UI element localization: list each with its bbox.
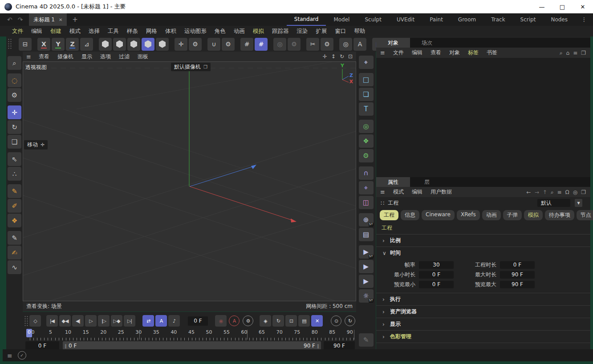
om-menu-icon[interactable]: ≡	[376, 49, 389, 56]
menu-tracker[interactable]: 跟踪器	[268, 28, 293, 35]
keyframe-settings-icon[interactable]: ⚙	[243, 315, 253, 326]
am-menu-icon[interactable]: ≡	[376, 189, 389, 195]
pan-view-icon[interactable]: ✛	[323, 53, 327, 60]
rings-icon[interactable]: ◎	[273, 38, 286, 51]
am-tab-cineware[interactable]: Cineware	[422, 210, 455, 220]
lock-x-axis-icon[interactable]: X	[37, 38, 50, 51]
light-icon[interactable]: ☼ST	[359, 289, 374, 303]
sketch-pen-icon[interactable]: ✍	[8, 246, 21, 259]
auto-mode-icon[interactable]: A	[353, 38, 366, 51]
lock-icon[interactable]: Ω	[565, 189, 569, 195]
maximize-button[interactable]: □	[552, 0, 573, 13]
polygon-pen-icon[interactable]: ✐	[8, 199, 21, 213]
current-frame-field[interactable]: 0 F	[188, 316, 208, 326]
home-icon[interactable]: ⌂	[566, 50, 570, 56]
range-slider[interactable]: ∥ 0 F 90 F ∥	[63, 341, 321, 350]
live-selection-icon[interactable]: ◌	[8, 73, 21, 87]
key-rotation-icon[interactable]: ↻	[272, 315, 284, 327]
am-tab-animation[interactable]: 动画	[482, 210, 501, 220]
toggle-view-icon[interactable]: ⊡	[348, 53, 353, 60]
spline-smooth-icon[interactable]: ∿	[8, 260, 21, 274]
camera-st-icon[interactable]: ▶ST	[359, 245, 374, 259]
timeline-ruler[interactable]: 0 051015202530354045505560657075808590	[23, 329, 356, 340]
project-duration-field[interactable]: 0 F	[500, 261, 535, 269]
lock-y-axis-icon[interactable]: Y	[52, 38, 65, 51]
menu-character[interactable]: 角色	[211, 28, 230, 35]
am-menu-mode[interactable]: 模式	[389, 188, 408, 196]
menu-mode[interactable]: 模式	[65, 28, 85, 35]
scale-tool-icon[interactable]: ❏	[8, 135, 21, 149]
am-tab-simulation[interactable]: 模拟	[524, 210, 543, 220]
goto-start-icon[interactable]: |◀	[46, 315, 58, 327]
menu-animate[interactable]: 动画	[230, 28, 249, 35]
menu-simulate[interactable]: 模拟	[249, 28, 268, 35]
status-menu-icon[interactable]: ≡	[7, 352, 12, 359]
min-time-field[interactable]: 0 F	[419, 271, 454, 279]
snap-magnet-icon[interactable]: ∪	[207, 38, 220, 51]
layout-tab-groom[interactable]: Groom	[451, 14, 483, 25]
am-tab-project[interactable]: 工程	[380, 210, 398, 220]
back-icon[interactable]: ←	[527, 189, 531, 195]
edges-mode-icon[interactable]	[113, 38, 126, 51]
menu-extensions[interactable]: 扩展	[312, 28, 331, 35]
vp-menu-camera[interactable]: 摄像机	[53, 53, 77, 61]
new-tab-button[interactable]: +	[72, 16, 78, 24]
camera-link-icon[interactable]: ❐	[203, 65, 207, 69]
vp-menu-display[interactable]: 显示	[77, 53, 96, 61]
mirror-icon[interactable]: ✂	[306, 38, 319, 51]
range-end-field[interactable]: 90 F	[324, 341, 355, 350]
preset-dropdown[interactable]: 默认	[537, 199, 570, 207]
axis-center-icon[interactable]: ◎	[339, 38, 352, 51]
layout-tab-uvedit[interactable]: UVEdit	[389, 14, 422, 25]
move-tool-icon[interactable]: ✛	[8, 105, 21, 119]
menu-help[interactable]: 帮助	[350, 28, 370, 35]
menu-volume[interactable]: 体积	[161, 28, 180, 35]
cloner-icon[interactable]: ❖	[359, 134, 374, 148]
key-scale-icon[interactable]: ⊡	[285, 315, 297, 327]
am-menu-userdata[interactable]: 用户数据	[426, 188, 456, 196]
om-menu-file[interactable]: 文件	[389, 49, 408, 57]
prev-key-icon[interactable]: ◆◀	[59, 315, 71, 327]
om-menu-view[interactable]: 查看	[426, 49, 445, 57]
section-time[interactable]: ∨ 时间	[376, 247, 590, 259]
key-position-icon[interactable]: ◈	[260, 315, 271, 327]
menu-select[interactable]: 选择	[85, 28, 104, 35]
animate-mouse-icon[interactable]: ⊙	[331, 315, 341, 326]
layout-overflow-button[interactable]: ⋮	[575, 16, 593, 23]
grid-icon[interactable]: #	[240, 38, 253, 51]
menu-tools[interactable]: 工具	[104, 28, 123, 35]
axis-settings-gear-icon[interactable]: ⚙	[189, 38, 202, 51]
deformer-icon[interactable]: ∩	[359, 166, 374, 180]
close-tab-icon[interactable]: ✕	[59, 17, 62, 22]
spline-rectangle-icon[interactable]: □	[359, 73, 374, 86]
vp-menu-panel[interactable]: 面板	[134, 53, 152, 61]
menu-window[interactable]: 窗口	[331, 28, 350, 35]
menu-create[interactable]: 创建	[46, 28, 65, 35]
viewport-menu-icon[interactable]: ≡	[23, 53, 35, 60]
motion-camera-icon[interactable]: ▶	[359, 260, 374, 273]
filter-icon[interactable]: ≡	[573, 50, 577, 56]
material-edit-icon[interactable]: ✎	[359, 333, 374, 347]
prev-frame-icon[interactable]: ◀|	[72, 315, 84, 327]
multi-pen-icon[interactable]: ❖	[8, 214, 21, 227]
cube-primitive-icon[interactable]: ❏	[359, 88, 374, 101]
om-menu-objects[interactable]: 对象	[445, 49, 464, 57]
rings-gear-icon[interactable]: ⚙	[288, 38, 301, 51]
am-tab-nodes[interactable]: 节点	[577, 210, 593, 220]
tab-attributes[interactable]: 属性	[376, 177, 410, 187]
section-execute[interactable]: › 执行	[376, 293, 590, 306]
section-display[interactable]: › 显示	[376, 318, 590, 331]
viewport-canvas[interactable]: 透视视图 默认摄像机 ❐ 移动 ✛ Y Z X	[23, 61, 356, 301]
am-menu-edit[interactable]: 编辑	[408, 188, 426, 196]
spline-pen-icon[interactable]: ✎	[8, 184, 21, 198]
preset-dropdown-arrow[interactable]: ▼	[575, 199, 582, 207]
tab-layers[interactable]: 层	[410, 177, 444, 187]
layout-tab-nodes[interactable]: Nodes	[543, 14, 575, 25]
menu-edit[interactable]: 编辑	[27, 28, 46, 35]
record-icon[interactable]: ◉	[215, 315, 227, 327]
menu-mesh[interactable]: 网格	[142, 28, 161, 35]
preview-min-field[interactable]: 0 F	[419, 281, 454, 288]
popout-icon[interactable]: ❐	[581, 189, 586, 195]
om-menu-bookmarks[interactable]: 书签	[483, 49, 501, 57]
marker-icon[interactable]: A	[155, 315, 167, 327]
